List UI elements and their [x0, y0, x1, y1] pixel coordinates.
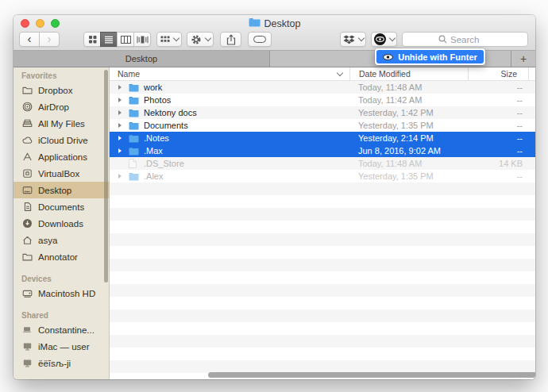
coverflow-view-button[interactable]: [133, 32, 151, 47]
file-row-ds-store[interactable]: .DS_StoreToday, 11:48 AM14 KB: [110, 157, 535, 170]
horizontal-scrollbar[interactable]: [208, 372, 535, 378]
content: FavoritesDropboxAirDropAll My FilesiClou…: [14, 67, 535, 379]
sidebar-item-documents[interactable]: Documents: [14, 198, 109, 215]
cloud-icon: [21, 135, 33, 145]
file-name-cell: .Max: [110, 146, 349, 156]
tab-desktop[interactable]: Desktop: [14, 51, 270, 67]
search-icon: [438, 35, 447, 44]
disclosure-triangle-icon[interactable]: [116, 174, 124, 179]
sidebar-item-label: Desktop: [38, 186, 71, 195]
stack-icon: [21, 118, 33, 129]
file-row-alex[interactable]: .AlexYesterday, 1:35 PM--: [110, 170, 535, 183]
list-view-icon: [104, 36, 114, 44]
sidebar-section-devices: DevicesMacintosh HD: [14, 273, 109, 302]
display-icon: [21, 358, 33, 368]
size-cell: --: [468, 95, 535, 105]
sidebar-item-imac-user[interactable]: iMac — user: [14, 338, 109, 355]
chevron-left-icon: ‹: [28, 33, 32, 44]
sidebar-item-constantine[interactable]: Constantine...: [14, 321, 109, 338]
dropbox-icon: [343, 35, 355, 44]
date-modified-cell: Today, 11:48 AM: [349, 159, 468, 168]
file-row-nektony-docs[interactable]: Nektony docsYesterday, 1:42 PM--: [110, 106, 535, 119]
sidebar-scrollbar[interactable]: [104, 70, 108, 282]
funter-menu-button[interactable]: [371, 32, 397, 47]
search-field[interactable]: [402, 32, 528, 47]
sidebar-item-airdrop[interactable]: AirDrop: [14, 98, 109, 115]
file-row-documents[interactable]: DocumentsYesterday, 1:35 PM--: [110, 119, 535, 132]
folder-icon: [249, 17, 260, 29]
airdrop-icon: [21, 102, 33, 112]
zoom-button[interactable]: [51, 19, 60, 28]
sidebar-item-annotator[interactable]: Annotator: [14, 248, 109, 265]
column-header-size[interactable]: Size: [468, 67, 528, 81]
list-view-button[interactable]: [100, 32, 118, 47]
disclosure-triangle-icon[interactable]: [116, 85, 124, 90]
action-menu-button[interactable]: [187, 32, 214, 47]
sidebar-section-label: Shared: [14, 309, 109, 321]
downloads-icon: [21, 218, 33, 229]
sidebar-item-label: asya: [38, 236, 57, 245]
display-icon: [21, 341, 33, 352]
new-tab-button[interactable]: +: [511, 51, 535, 67]
sidebar-item-all-my-files[interactable]: All My Files: [14, 115, 109, 132]
file-row-max[interactable]: .MaxJun 8, 2016, 9:02 AM--: [110, 144, 535, 157]
disclosure-triangle-icon[interactable]: [116, 123, 124, 128]
column-view-button[interactable]: [117, 32, 134, 47]
sidebar-item-s-ji[interactable]: ёёīsљ-ji: [14, 355, 109, 371]
disclosure-triangle-icon[interactable]: [116, 110, 124, 115]
disclosure-triangle-icon[interactable]: [116, 98, 124, 102]
column-header-date-modified[interactable]: Date Modified: [349, 67, 468, 81]
disclosure-triangle-icon[interactable]: [116, 148, 124, 153]
traffic-lights: [21, 19, 60, 28]
tags-button[interactable]: [248, 32, 272, 47]
applications-icon: [21, 152, 33, 162]
document-icon: [129, 159, 139, 168]
laptop-icon: [21, 325, 33, 335]
sidebar-item-applications[interactable]: Applications: [14, 148, 109, 165]
date-modified-cell: Today, 11:42 AM: [349, 95, 468, 105]
arrange-menu-button[interactable]: [156, 32, 182, 47]
file-row-notes[interactable]: .NotesYesterday, 2:14 PM--: [110, 132, 535, 144]
sidebar-item-dropbox[interactable]: Dropbox: [14, 82, 109, 98]
folder-icon: [129, 134, 139, 143]
sidebar-item-asya[interactable]: asya: [14, 232, 109, 248]
chevron-down-icon: [357, 35, 364, 41]
menu-item-label: Unhide with Funter: [398, 52, 477, 62]
arrange-icon: [160, 36, 170, 43]
file-name: Photos: [144, 95, 171, 105]
menu-item-unhide-with-funter[interactable]: Unhide with Funter: [376, 50, 484, 63]
desktop-icon: [21, 185, 33, 195]
dropbox-menu-button[interactable]: [340, 32, 366, 47]
sidebar-item-label: AirDrop: [38, 102, 69, 112]
file-name: Documents: [144, 121, 188, 130]
size-cell: --: [468, 121, 535, 130]
sidebar-item-desktop[interactable]: Desktop: [14, 182, 109, 198]
list-header: Name Date Modified Size: [110, 67, 535, 81]
toolbar: ‹ ›: [14, 32, 535, 50]
sidebar-item-downloads[interactable]: Downloads: [14, 215, 109, 232]
file-row-work[interactable]: workToday, 11:48 AM--: [110, 81, 535, 94]
column-header-name[interactable]: Name: [110, 67, 349, 81]
file-row-photos[interactable]: PhotosToday, 11:42 AM--: [110, 94, 535, 106]
titlebar[interactable]: Desktop: [14, 15, 535, 32]
sidebar-item-virtualbox[interactable]: VirtualBox: [14, 165, 109, 182]
size-cell: --: [468, 133, 535, 143]
share-icon: [226, 34, 236, 45]
disclosure-triangle-icon[interactable]: [116, 136, 124, 140]
back-button[interactable]: ‹: [19, 32, 40, 47]
eye-icon: [383, 54, 393, 60]
sidebar-item-label: iMac — user: [38, 342, 90, 352]
date-modified-cell: Yesterday, 1:35 PM: [349, 121, 468, 130]
file-name: .Alex: [144, 171, 163, 181]
sidebar-item-macintosh-hd[interactable]: Macintosh HD: [14, 285, 109, 302]
forward-button[interactable]: ›: [39, 32, 60, 47]
sidebar-item-icloud-drive[interactable]: iCloud Drive: [14, 132, 109, 148]
search-input[interactable]: [450, 35, 492, 44]
minimize-button[interactable]: [36, 19, 44, 28]
sidebar-item-label: Documents: [38, 202, 84, 212]
chevron-down-icon: [204, 35, 210, 41]
close-button[interactable]: [21, 19, 29, 28]
icon-view-button[interactable]: [83, 32, 101, 47]
share-button[interactable]: [220, 32, 241, 47]
column-view-icon: [121, 36, 131, 44]
